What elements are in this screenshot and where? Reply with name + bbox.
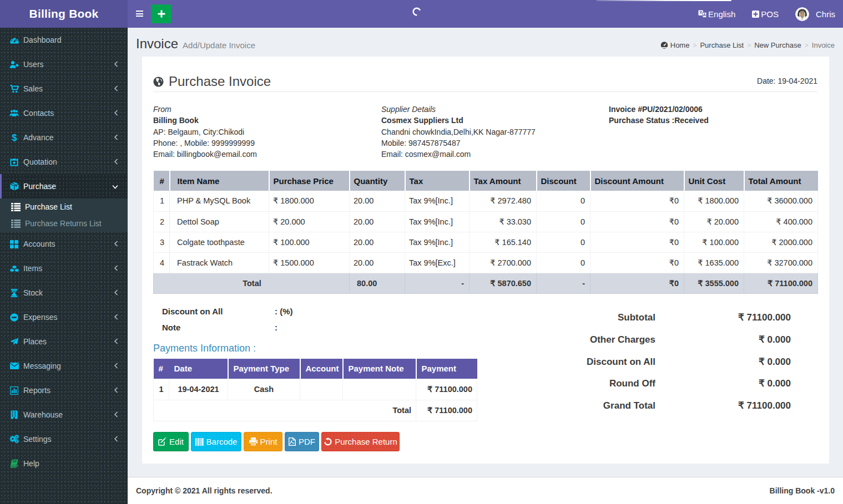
svg-text:$: $ [12,133,17,142]
